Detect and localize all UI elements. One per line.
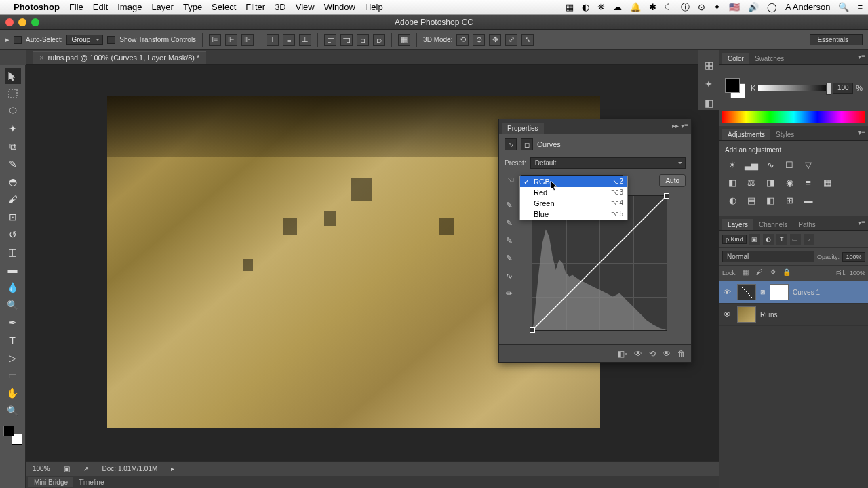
3d-scale-icon[interactable]: ⤡ [521, 34, 534, 46]
menubar-icon[interactable]: ✱ [649, 2, 656, 12]
mini-bridge-tab[interactable]: Mini Bridge [28, 477, 73, 487]
paths-tab[interactable]: Paths [793, 219, 821, 230]
menu-image[interactable]: Image [117, 2, 142, 12]
sample-icon[interactable]: ✎ [503, 201, 515, 213]
menubar-icon[interactable]: ⊙ [698, 2, 705, 12]
opacity-value[interactable]: 100% [842, 252, 865, 262]
color-picker-swatch[interactable] [725, 78, 745, 98]
align-left-icon[interactable]: ⊫ [209, 34, 221, 46]
menubar-icon[interactable]: ☾ [665, 2, 673, 12]
menu-edit[interactable]: Edit [93, 2, 108, 12]
collapse-icon[interactable]: ▸▸ [672, 122, 679, 129]
lock-all-icon[interactable]: 🔒 [782, 268, 791, 278]
view-previous-icon[interactable]: 👁 [634, 349, 642, 359]
panel-menu-icon[interactable]: ▾≡ [858, 53, 865, 60]
eyedropper-tool[interactable]: ✎ [5, 156, 21, 172]
align-bottom-icon[interactable]: ⊥ [299, 34, 311, 46]
color-spectrum[interactable] [722, 111, 865, 123]
spotlight-icon[interactable]: 🔍 [838, 2, 849, 12]
marquee-tool[interactable] [5, 85, 21, 102]
channel-mixer-icon[interactable]: ≡ [801, 176, 816, 189]
k-value[interactable]: 100 [833, 83, 853, 94]
preset-select[interactable]: Default [530, 157, 686, 169]
lock-transparency-icon[interactable]: ▦ [741, 268, 751, 278]
distribute-icon[interactable]: ⫐ [373, 34, 385, 46]
black-point-icon[interactable]: ✎ [503, 218, 515, 230]
clone-stamp-tool[interactable]: ⊡ [5, 209, 21, 225]
layer-row[interactable]: 👁 Ruins [719, 304, 868, 326]
color-lookup-icon[interactable]: ▦ [820, 176, 835, 189]
menubar-icon[interactable]: ▦ [566, 2, 574, 12]
fill-value[interactable]: 100% [850, 270, 865, 277]
posterize-icon[interactable]: ▤ [744, 193, 759, 207]
photo-filter-icon[interactable]: ◉ [782, 176, 797, 189]
visibility-icon[interactable]: 👁 [724, 288, 733, 296]
document-tab[interactable]: ×ruins.psd @ 100% (Curves 1, Layer Mask/… [33, 51, 206, 64]
edit-points-icon[interactable]: ∿ [503, 271, 515, 283]
filter-shape-icon[interactable]: ▭ [790, 234, 801, 245]
status-icon[interactable]: ▣ [64, 465, 70, 472]
auto-select-checkbox[interactable] [14, 36, 22, 44]
menubar-icon[interactable]: 🔔 [630, 2, 641, 12]
path-selection-tool[interactable]: ▷ [5, 350, 21, 366]
reset-icon[interactable]: ⟲ [649, 349, 656, 359]
k-slider-track[interactable] [758, 85, 830, 92]
gradient-tool[interactable]: ▬ [5, 262, 21, 278]
magic-wand-tool[interactable]: ✦ [5, 121, 21, 137]
move-tool[interactable] [5, 68, 21, 84]
menubar-list-icon[interactable]: ≡ [857, 2, 863, 12]
navigator-panel-icon[interactable]: ✦ [702, 77, 715, 91]
brightness-icon[interactable]: ☀ [725, 158, 740, 171]
gray-point-icon[interactable]: ✎ [503, 236, 515, 248]
auto-select-target[interactable]: Group [66, 35, 103, 45]
color-tab[interactable]: Color [722, 53, 749, 64]
layer-name[interactable]: Ruins [760, 311, 778, 319]
menu-help[interactable]: Help [365, 2, 383, 12]
delete-adjustment-icon[interactable]: 🗑 [677, 349, 686, 359]
align-top-icon[interactable]: ⊤ [267, 34, 279, 46]
color-balance-icon[interactable]: ⚖ [744, 176, 759, 189]
3d-rotate-icon[interactable]: ⟲ [456, 34, 469, 46]
crop-tool[interactable]: ⧉ [5, 138, 21, 155]
clip-to-layer-icon[interactable]: ◧▫ [617, 349, 627, 359]
menu-type[interactable]: Type [183, 2, 202, 12]
selective-color-icon[interactable]: ⊞ [782, 193, 797, 207]
doc-size[interactable]: Doc: 1.01M/1.01M [102, 465, 158, 472]
panel-menu-icon[interactable]: ▾≡ [858, 219, 865, 226]
menubar-icon[interactable]: ⓘ [681, 1, 690, 14]
menubar-volume-icon[interactable]: 🔊 [748, 2, 759, 12]
panel-menu-icon[interactable]: ▾≡ [681, 122, 688, 129]
toggle-visibility-icon[interactable]: 👁 [663, 349, 671, 359]
type-tool[interactable]: T [5, 332, 21, 348]
hand-tool[interactable]: ✋ [5, 385, 21, 401]
healing-brush-tool[interactable]: ◓ [5, 174, 21, 190]
vibrance-icon[interactable]: ▽ [801, 158, 816, 171]
menubar-user[interactable]: A Anderson [785, 2, 831, 12]
eraser-tool[interactable]: ◫ [5, 244, 21, 260]
menubar-icon[interactable]: ❋ [597, 2, 605, 12]
channels-tab[interactable]: Channels [753, 219, 793, 230]
curve-point-black[interactable] [530, 327, 535, 333]
menu-window[interactable]: Window [324, 2, 355, 12]
distribute-icon[interactable]: ⫍ [324, 34, 336, 46]
draw-curve-icon[interactable]: ✏ [503, 289, 515, 301]
curve-point-white[interactable] [664, 193, 669, 199]
channel-option-red[interactable]: Red⌥3 [520, 187, 627, 198]
status-icon[interactable]: ↗ [83, 465, 89, 472]
menubar-flag-icon[interactable]: 🇺🇸 [729, 2, 740, 12]
color-swatches[interactable] [3, 426, 22, 445]
menubar-icon[interactable]: ◐ [582, 2, 589, 12]
app-name[interactable]: Photoshop [14, 2, 60, 12]
layer-thumbnail[interactable] [737, 306, 756, 323]
filter-smart-icon[interactable]: ▫ [804, 234, 814, 245]
3d-roll-icon[interactable]: ⊙ [473, 34, 485, 46]
adjustments-tab[interactable]: Adjustments [722, 129, 770, 140]
styles-tab[interactable]: Styles [770, 129, 800, 140]
distribute-icon[interactable]: ⫏ [357, 34, 369, 46]
menu-select[interactable]: Select [212, 2, 236, 12]
targeted-adjustment-icon[interactable]: ☜ [505, 175, 517, 187]
align-center-h-icon[interactable]: ⊩ [225, 34, 237, 46]
auto-align-icon[interactable]: ▦ [398, 34, 410, 46]
status-arrow-icon[interactable]: ▸ [171, 465, 174, 472]
hue-sat-icon[interactable]: ◧ [725, 176, 740, 189]
